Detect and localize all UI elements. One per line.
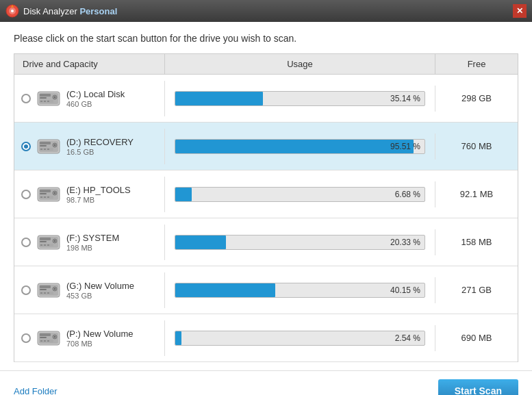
drive-details-p: (P:) New Volume708 MB — [66, 329, 134, 348]
hdd-icon-g — [36, 278, 61, 303]
hdd-icon-c — [36, 86, 61, 111]
svg-point-28 — [54, 192, 55, 193]
drive-label-e: (E:) HP_TOOLS — [66, 185, 131, 195]
usage-percent-g: 40.15 % — [390, 285, 420, 295]
drive-row-c[interactable]: (C:) Local Disk460 GB35.14 %298 GB — [14, 75, 518, 123]
radio-c[interactable] — [21, 94, 31, 103]
svg-rect-30 — [40, 196, 42, 198]
svg-point-18 — [54, 144, 55, 145]
start-scan-button[interactable]: Start Scan — [438, 379, 518, 395]
progress-container-e: 6.68 % — [175, 187, 425, 202]
drive-details-e: (E:) HP_TOOLS98.7 MB — [66, 185, 131, 204]
title-bar-left: Disk Analyzer Personal — [5, 4, 117, 18]
free-cell-d: 760 MB — [435, 136, 518, 157]
drive-label-f: (F:) SYSTEM — [66, 233, 119, 243]
usage-cell-f: 20.33 % — [165, 229, 435, 255]
header-drive: Drive and Capacity — [14, 54, 165, 74]
svg-rect-12 — [47, 101, 49, 102]
radio-d[interactable] — [21, 142, 31, 151]
svg-rect-20 — [40, 149, 42, 150]
svg-rect-41 — [44, 244, 46, 246]
drive-details-c: (C:) Local Disk460 GB — [66, 89, 125, 108]
drive-row-d[interactable]: (D:) RECOVERY16.5 GB95.51 %760 MB — [14, 123, 518, 170]
drive-details-f: (F:) SYSTEM198 MB — [66, 233, 119, 252]
drive-rows-container: (C:) Local Disk460 GB35.14 %298 GB (D:) … — [14, 75, 518, 362]
hdd-icon-p — [36, 326, 61, 351]
free-cell-p: 690 MB — [435, 327, 518, 348]
radio-g[interactable] — [21, 285, 31, 295]
usage-percent-c: 35.14 % — [390, 94, 420, 103]
header-free: Free — [435, 54, 518, 74]
svg-rect-32 — [47, 196, 49, 198]
drive-row-p[interactable]: (P:) New Volume708 MB2.54 %690 MB — [14, 314, 518, 362]
svg-rect-35 — [40, 238, 51, 240]
svg-rect-36 — [40, 241, 47, 242]
svg-rect-51 — [44, 292, 46, 294]
title-bar: Disk Analyzer Personal ✕ — [0, 0, 532, 22]
svg-rect-6 — [40, 97, 47, 99]
usage-percent-e: 6.68 % — [395, 190, 420, 199]
free-cell-e: 92.1 MB — [435, 183, 518, 205]
footer: Add Folder Start Scan — [0, 370, 532, 395]
radio-e[interactable] — [21, 190, 31, 199]
progress-fill-f — [175, 235, 226, 249]
free-cell-g: 271 GB — [435, 279, 518, 301]
svg-point-58 — [54, 335, 55, 337]
progress-container-f: 20.33 % — [175, 235, 425, 250]
drive-info-p: (P:) New Volume708 MB — [14, 320, 165, 356]
usage-percent-f: 20.33 % — [390, 238, 420, 247]
svg-rect-55 — [40, 333, 51, 336]
usage-cell-e: 6.68 % — [165, 181, 435, 207]
usage-cell-d: 95.51 % — [165, 133, 435, 160]
svg-point-48 — [54, 288, 55, 289]
radio-f[interactable] — [21, 238, 31, 247]
svg-rect-52 — [47, 292, 49, 294]
drive-row-f[interactable]: (F:) SYSTEM198 MB20.33 %158 MB — [14, 218, 518, 266]
svg-rect-61 — [44, 340, 46, 342]
svg-rect-11 — [44, 101, 46, 102]
progress-fill-d — [175, 140, 414, 153]
svg-rect-40 — [40, 244, 42, 246]
progress-fill-c — [175, 92, 263, 105]
svg-rect-62 — [47, 340, 49, 342]
free-cell-f: 158 MB — [435, 231, 518, 253]
close-button[interactable]: ✕ — [513, 4, 527, 18]
svg-point-2 — [11, 10, 14, 12]
drive-size-f: 198 MB — [66, 244, 119, 252]
drives-table: Drive and Capacity Usage Free (C:) Local… — [14, 53, 518, 362]
svg-rect-25 — [40, 190, 51, 192]
usage-percent-p: 2.54 % — [395, 333, 420, 343]
drive-row-e[interactable]: (E:) HP_TOOLS98.7 MB6.68 %92.1 MB — [14, 170, 518, 218]
svg-rect-45 — [40, 285, 51, 288]
progress-fill-g — [175, 283, 275, 297]
main-content: Please click on the start scan button fo… — [0, 22, 532, 370]
drive-label-d: (D:) RECOVERY — [66, 137, 134, 147]
hdd-icon-e — [36, 182, 61, 207]
drive-info-d: (D:) RECOVERY16.5 GB — [14, 129, 165, 164]
svg-rect-16 — [40, 145, 47, 146]
title-bar-appname: Disk Analyzer Personal — [23, 6, 117, 16]
add-folder-link[interactable]: Add Folder — [14, 386, 58, 396]
drive-details-d: (D:) RECOVERY16.5 GB — [66, 137, 134, 156]
drive-size-p: 708 MB — [66, 340, 134, 348]
drive-size-e: 98.7 MB — [66, 196, 131, 204]
svg-rect-26 — [40, 193, 47, 194]
svg-point-38 — [54, 240, 55, 241]
drive-label-g: (G:) New Volume — [66, 281, 134, 291]
drive-row-g[interactable]: (G:) New Volume453 GB40.15 %271 GB — [14, 266, 518, 314]
drive-size-c: 460 GB — [66, 100, 125, 108]
svg-rect-31 — [44, 196, 46, 198]
hdd-icon-d — [36, 134, 61, 159]
drive-info-e: (E:) HP_TOOLS98.7 MB — [14, 177, 165, 212]
progress-fill-p — [175, 331, 181, 345]
drive-info-c: (C:) Local Disk460 GB — [14, 81, 165, 116]
radio-p[interactable] — [21, 333, 31, 343]
svg-point-8 — [54, 96, 55, 97]
svg-rect-22 — [47, 149, 49, 150]
usage-cell-g: 40.15 % — [165, 277, 435, 303]
drive-label-c: (C:) Local Disk — [66, 89, 125, 99]
app-icon — [5, 4, 19, 18]
usage-cell-c: 35.14 % — [165, 86, 435, 112]
svg-rect-50 — [40, 292, 42, 294]
usage-cell-p: 2.54 % — [165, 325, 435, 351]
